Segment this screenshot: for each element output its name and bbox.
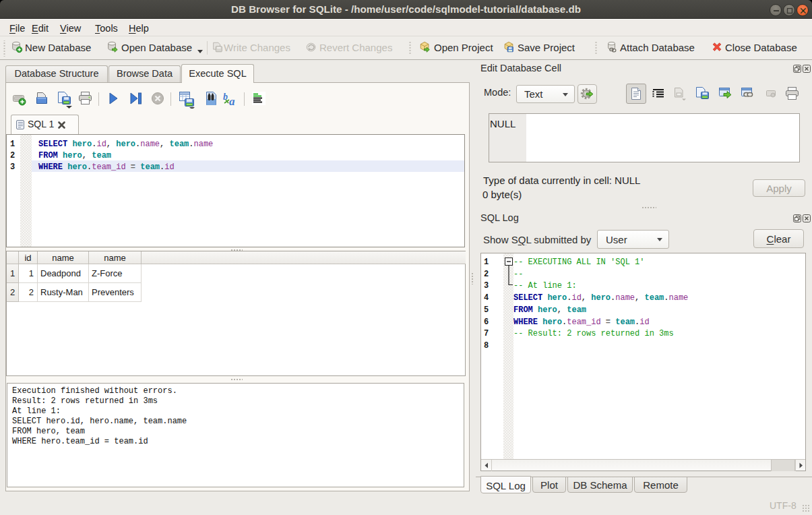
svg-text:b: b [223,92,228,102]
svg-text:a: a [229,95,235,107]
